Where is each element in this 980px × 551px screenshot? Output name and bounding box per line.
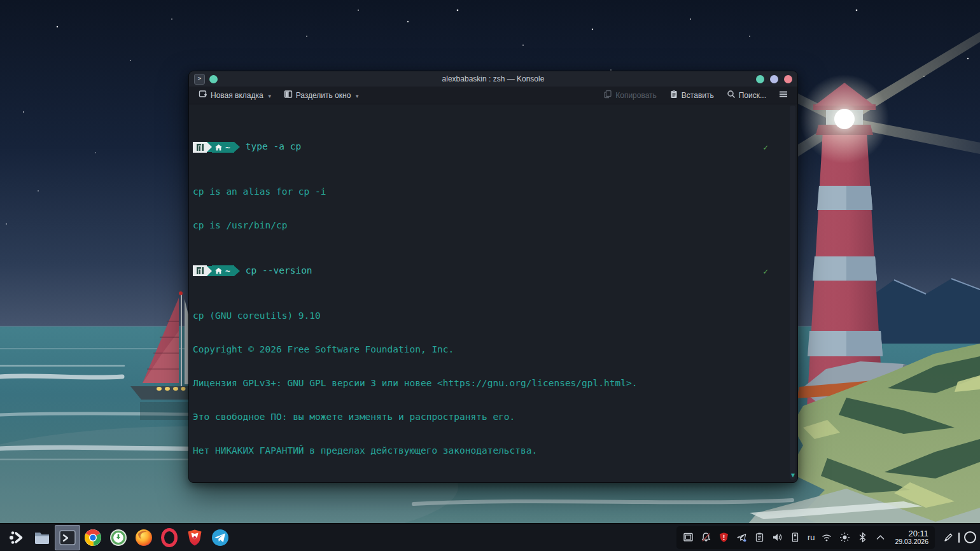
keyboard-layout-indicator[interactable]: ru bbox=[808, 533, 815, 542]
split-window-icon bbox=[284, 90, 293, 101]
konsole-icon bbox=[58, 528, 77, 547]
terminal-output-line: Copyright © 2026 Free Software Foundatio… bbox=[193, 344, 797, 356]
manjaro-logo-icon bbox=[197, 267, 204, 274]
clipboard-icon[interactable] bbox=[754, 532, 766, 543]
taskbar-panel: ru bbox=[0, 523, 980, 551]
home-icon bbox=[215, 144, 222, 151]
copy-button[interactable]: Копировать bbox=[599, 88, 661, 102]
telegram-icon bbox=[211, 528, 230, 547]
window-titlebar[interactable]: > alexbabaskin : zsh — Konsole bbox=[189, 71, 797, 87]
telegram-tray-icon[interactable] bbox=[736, 532, 748, 543]
terminal-output-line: Это свободное ПО: вы можете изменять и р… bbox=[193, 412, 797, 423]
opera-icon bbox=[160, 528, 179, 547]
paste-icon bbox=[669, 90, 678, 101]
exit-status-ok: ✓ bbox=[763, 142, 768, 153]
system-tray: ru bbox=[676, 526, 935, 549]
edit-panel-pen-icon[interactable] bbox=[942, 532, 954, 543]
night-color-icon[interactable] bbox=[839, 532, 850, 543]
virtual-desktops-icon[interactable] bbox=[683, 532, 694, 543]
terminal-output-line bbox=[193, 479, 797, 482]
prompt-dir-segment: ~ bbox=[212, 142, 234, 153]
update-download-icon bbox=[109, 528, 128, 547]
taskbar-telegram[interactable] bbox=[207, 525, 233, 550]
terminal-prompt-line: ~cp --version✓ bbox=[193, 265, 797, 277]
clock-date: 29.03.2026 bbox=[895, 538, 928, 545]
taskbar-konsole[interactable] bbox=[55, 525, 80, 550]
close-button[interactable] bbox=[784, 75, 792, 83]
taskbar-firefox[interactable] bbox=[131, 525, 157, 550]
home-icon bbox=[215, 268, 222, 274]
prompt-os-segment bbox=[193, 265, 207, 276]
terminal-output-line: cp (GNU coreutils) 9.10 bbox=[193, 310, 797, 322]
exit-status-ok: ✓ bbox=[763, 266, 768, 277]
paste-button[interactable]: Вставить bbox=[665, 88, 718, 102]
maximize-button[interactable] bbox=[770, 75, 778, 83]
new-tab-button[interactable]: Новая вкладка ▼ bbox=[194, 88, 277, 102]
terminal-prompt-line: ~type -a cp✓ bbox=[193, 141, 797, 153]
terminal-scrollbar[interactable] bbox=[790, 106, 795, 480]
konsole-app-icon: > bbox=[194, 74, 205, 85]
konsole-window: > alexbabaskin : zsh — Konsole Новая вкл… bbox=[188, 71, 798, 483]
show-desktop-button[interactable] bbox=[964, 531, 976, 543]
expand-tray-icon[interactable] bbox=[874, 532, 886, 543]
clock-time: 20:11 bbox=[895, 529, 928, 538]
search-icon bbox=[727, 90, 736, 101]
new-tab-icon bbox=[199, 90, 207, 101]
copy-icon bbox=[603, 90, 612, 101]
search-button[interactable]: Поиск... bbox=[722, 88, 771, 102]
minimize-button[interactable] bbox=[756, 75, 764, 83]
window-title: alexbabaskin : zsh — Konsole bbox=[189, 74, 797, 83]
terminal-view[interactable]: ~type -a cp✓ cp is an alias for cp -i cp… bbox=[189, 104, 797, 482]
terminal-output-line: Лицензия GPLv3+: GNU GPL версии 3 или но… bbox=[193, 378, 797, 389]
terminal-output-line: cp is an alias for cp -i bbox=[193, 186, 797, 198]
taskbar-package-updater[interactable] bbox=[106, 525, 131, 550]
digital-clock[interactable]: 20:11 29.03.2026 bbox=[895, 529, 928, 545]
taskbar-brave[interactable] bbox=[182, 525, 207, 550]
prompt-os-segment bbox=[193, 142, 207, 153]
bluetooth-icon[interactable] bbox=[857, 532, 868, 543]
split-window-button[interactable]: Разделить окно ▼ bbox=[279, 88, 365, 102]
wifi-icon[interactable] bbox=[821, 532, 832, 543]
chrome-icon bbox=[83, 528, 102, 547]
konsole-toolbar: Новая вкладка ▼ Разделить окно ▼ Копиро bbox=[189, 87, 797, 104]
panel-divider bbox=[958, 533, 960, 543]
menu-button[interactable] bbox=[774, 88, 792, 102]
scroll-down-indicator[interactable]: ▼ bbox=[791, 472, 795, 478]
prompt-dir-segment: ~ bbox=[212, 265, 234, 276]
terminal-output-line: Нет НИКАКИХ ГАРАНТИЙ в пределах действую… bbox=[193, 445, 797, 457]
firefox-icon bbox=[134, 528, 153, 547]
security-alert-icon[interactable] bbox=[718, 532, 730, 543]
app-launcher-button[interactable] bbox=[4, 525, 29, 550]
taskbar-file-manager[interactable] bbox=[29, 525, 55, 550]
taskbar-opera[interactable] bbox=[157, 525, 182, 550]
taskbar-chrome[interactable] bbox=[80, 525, 106, 550]
panel-edge-widgets bbox=[942, 531, 976, 543]
folder-icon bbox=[32, 528, 52, 547]
pin-button[interactable] bbox=[209, 75, 218, 83]
brave-icon bbox=[185, 528, 204, 547]
hamburger-menu-icon bbox=[778, 90, 788, 101]
chevron-down-icon[interactable]: ▼ bbox=[354, 94, 360, 99]
app-launcher-icon bbox=[7, 528, 26, 547]
volume-icon[interactable] bbox=[772, 532, 783, 543]
chevron-down-icon[interactable]: ▼ bbox=[267, 94, 272, 99]
manjaro-logo-icon bbox=[197, 144, 204, 151]
notifications-muted-icon[interactable] bbox=[701, 532, 712, 543]
terminal-output-line: cp is /usr/bin/cp bbox=[193, 220, 797, 232]
device-notifier-icon[interactable] bbox=[790, 532, 801, 543]
